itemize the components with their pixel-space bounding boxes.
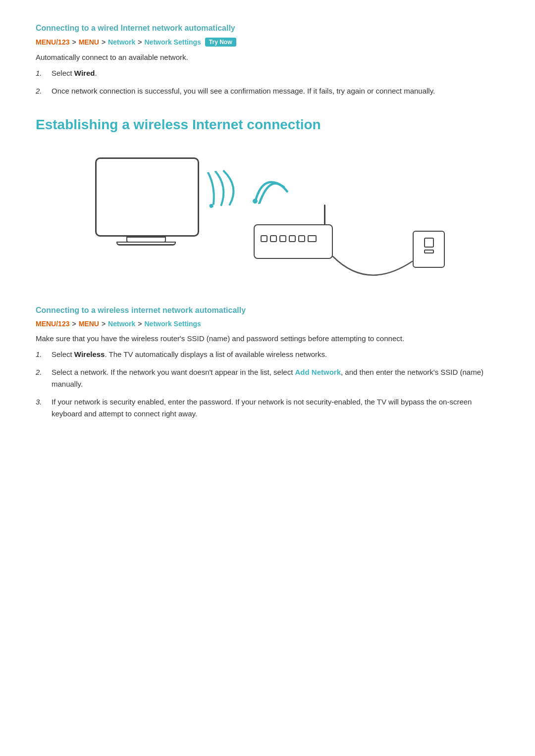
step-text: Select a network. If the network you wan… [52,366,499,390]
step-num: 3. [36,396,52,420]
breadcrumb-nav2: Network Settings [145,38,201,46]
wireless-auto-section: Connecting to a wireless internet networ… [36,306,499,420]
step-num: 1. [36,349,52,360]
breadcrumb-sep2: > [102,320,106,328]
breadcrumb-nav2: Network Settings [145,320,201,328]
socket-opening [424,238,434,248]
router-port [270,235,277,242]
router-port [289,235,296,242]
tv-base [116,242,176,246]
wireless-auto-heading: Connecting to a wireless internet networ… [36,306,499,315]
wifi-waves-icon [203,167,245,216]
wireless-steps: 1. Select Wireless. The TV automatically… [36,349,499,420]
breadcrumb-sep1: > [72,320,76,328]
router-port-special [308,235,317,242]
cable-illustration [328,232,427,296]
breadcrumb-menu2: MENU [79,38,99,46]
socket-opening2 [424,250,434,253]
step-text: If your network is security enabled, ent… [52,396,499,420]
step-num: 1. [36,67,52,79]
router-port [261,235,268,242]
list-item: 2. Once network connection is successful… [36,85,499,97]
wired-heading: Connecting to a wired Internet network a… [36,24,499,33]
router-port [298,235,305,242]
list-item: 2. Select a network. If the network you … [36,366,499,390]
list-item: 1. Select Wireless. The TV automatically… [36,349,499,360]
step-num: 2. [36,366,52,390]
breadcrumb-menu2: MENU [79,320,99,328]
add-network-link[interactable]: Add Network [295,368,341,376]
wireless-section: Establishing a wireless Internet connect… [36,117,499,420]
list-item: 1. Select Wired. [36,67,499,79]
wall-socket-illustration [413,231,445,268]
tv-illustration [95,157,199,237]
wireless-intro: Make sure that you have the wireless rou… [36,333,499,345]
router-wifi-icon [245,159,292,212]
step-text: Select Wireless. The TV automatically di… [52,349,499,360]
step-text: Select Wired. [52,67,499,79]
step-text: Once network connection is successful, y… [52,85,499,97]
breadcrumb-sep1: > [72,38,76,46]
wired-breadcrumb: MENU/123 > MENU > Network > Network Sett… [36,38,499,47]
wired-intro: Automatically connect to an available ne… [36,51,499,63]
step-num: 2. [36,85,52,97]
breadcrumb-nav1: Network [108,320,135,328]
try-now-badge[interactable]: Try Now [205,38,236,47]
svg-point-1 [252,198,258,204]
wired-section: Connecting to a wired Internet network a… [36,24,499,97]
wireless-illustration [36,148,499,286]
breadcrumb-sep3: > [138,38,142,46]
wired-steps: 1. Select Wired. 2. Once network connect… [36,67,499,97]
router-antenna [324,204,325,227]
wireless-main-heading: Establishing a wireless Internet connect… [36,117,499,133]
breadcrumb-menu1: MENU/123 [36,38,69,46]
wireless-option: Wireless [74,350,105,358]
breadcrumb-sep2: > [102,38,106,46]
breadcrumb-menu1: MENU/123 [36,320,69,328]
breadcrumb-sep3: > [138,320,142,328]
router-illustration [254,224,333,259]
wired-option: Wired [74,69,95,77]
router-port [279,235,286,242]
breadcrumb-nav1: Network [108,38,135,46]
list-item: 3. If your network is security enabled, … [36,396,499,420]
router-ports [255,225,332,246]
wireless-breadcrumb: MENU/123 > MENU > Network > Network Sett… [36,320,499,328]
